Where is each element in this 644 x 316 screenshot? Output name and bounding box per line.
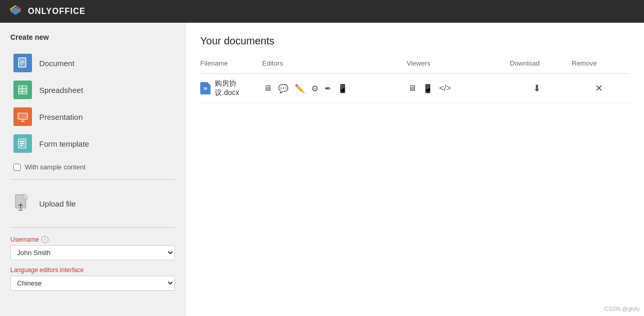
content-area: Your documents Filename Editors Viewers … [186, 23, 644, 316]
create-spreadsheet-item[interactable]: Spreadsheet [10, 76, 175, 103]
page-title: Your documents [200, 35, 630, 47]
editor-chat-icon[interactable]: 💬 [277, 82, 290, 95]
col-remove: Remove [568, 57, 630, 69]
col-editors: Editors [258, 57, 403, 69]
watermark: CSDN @gblfy [604, 306, 640, 312]
svg-rect-9 [19, 86, 27, 94]
svg-rect-14 [18, 113, 27, 119]
filename-cell: W 购房协议.docx [200, 79, 258, 98]
sample-content-row: With sample content [13, 163, 172, 171]
language-select[interactable]: Chinese English Russian [10, 276, 175, 291]
remove-icon[interactable]: ✕ [595, 83, 603, 94]
create-new-title: Create new [10, 33, 175, 41]
language-label: Language editors interface [10, 266, 175, 274]
table-row: W 购房协议.docx 🖥 💬 ✏️ ⚙ ✒ 📱 🖥 📱 [200, 74, 630, 103]
upload-icon [13, 192, 32, 215]
presentation-label: Presentation [39, 113, 83, 121]
username-section: Username i John Smith [10, 236, 175, 260]
spreadsheet-label: Spreadsheet [39, 86, 83, 94]
header: ONLYOFFICE [0, 0, 644, 23]
logo-icon [8, 4, 23, 19]
viewer-desktop-icon[interactable]: 🖥 [407, 82, 418, 94]
viewers-cell: 🖥 📱 </> [403, 82, 506, 95]
language-section: Language editors interface Chinese Engli… [10, 266, 175, 291]
logo-container: ONLYOFFICE [8, 4, 86, 19]
col-viewers: Viewers [403, 57, 506, 69]
spreadsheet-icon [13, 81, 32, 99]
username-label: Username i [10, 236, 175, 243]
main-layout: Create new Document [0, 23, 644, 316]
col-filename: Filename [200, 57, 258, 69]
presentation-icon [13, 107, 32, 126]
svg-rect-20 [20, 141, 24, 142]
viewer-tablet-icon[interactable]: 📱 [421, 82, 434, 95]
svg-marker-25 [24, 195, 28, 199]
download-icon[interactable]: ⬇ [532, 81, 542, 96]
editor-mobile-icon[interactable]: 📱 [336, 82, 349, 95]
svg-rect-22 [20, 145, 23, 146]
username-info-icon: i [41, 236, 49, 243]
table-header: Filename Editors Viewers Download Remove [200, 57, 630, 74]
editors-cell: 🖥 💬 ✏️ ⚙ ✒ 📱 [258, 82, 403, 95]
upload-label: Upload file [39, 199, 76, 208]
documents-table: Filename Editors Viewers Download Remove… [200, 57, 630, 103]
editor-edit-icon[interactable]: ✏️ [293, 82, 307, 95]
col-download: Download [506, 57, 568, 69]
divider-1 [10, 179, 175, 180]
divider-2 [10, 227, 175, 228]
document-icon [13, 54, 32, 72]
create-form-item[interactable]: Form template [10, 130, 175, 157]
download-cell: ⬇ [506, 81, 568, 96]
sidebar: Create new Document [0, 23, 186, 316]
logo-text: ONLYOFFICE [28, 7, 86, 16]
form-template-label: Form template [39, 139, 89, 148]
sample-content-label[interactable]: With sample content [25, 163, 86, 171]
file-icon: W [200, 82, 211, 94]
create-document-item[interactable]: Document [10, 50, 175, 76]
viewer-embed-icon[interactable]: </> [438, 82, 453, 94]
username-select[interactable]: John Smith [10, 245, 175, 260]
svg-marker-3 [10, 9, 21, 15]
editor-settings-icon[interactable]: ⚙ [310, 82, 320, 95]
remove-cell: ✕ [568, 83, 630, 94]
editor-desktop-icon[interactable]: 🖥 [262, 82, 273, 94]
upload-file-item[interactable]: Upload file [10, 188, 175, 219]
sample-content-checkbox[interactable] [13, 164, 21, 171]
create-presentation-item[interactable]: Presentation [10, 103, 175, 130]
form-icon [13, 134, 32, 153]
document-label: Document [39, 59, 74, 68]
svg-rect-21 [20, 143, 24, 144]
editor-draw-icon[interactable]: ✒ [323, 82, 333, 95]
filename-text: 购房协议.docx [215, 79, 258, 98]
